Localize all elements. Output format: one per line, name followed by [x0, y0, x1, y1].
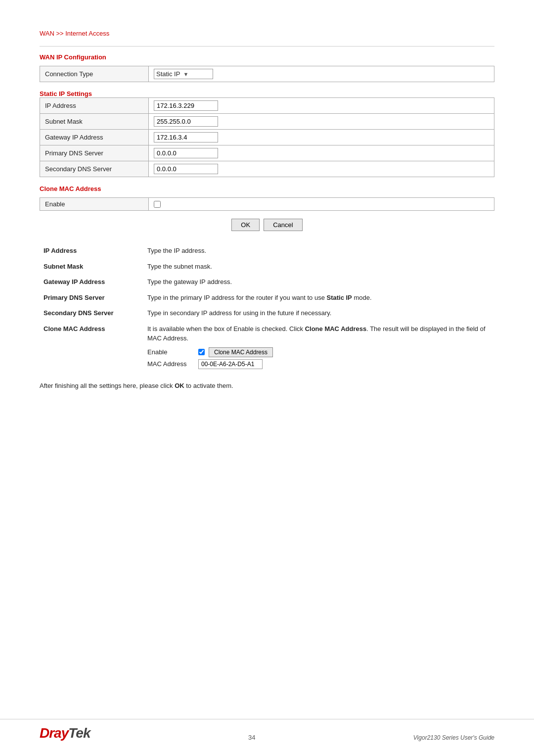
field-label: Subnet Mask — [40, 114, 149, 130]
field-input[interactable] — [154, 132, 218, 142]
field-value-cell — [149, 114, 494, 130]
clone-mac-enable-cell — [149, 198, 494, 211]
footer-page-number: 34 — [248, 734, 255, 741]
desc-row: Primary DNS Server Type in the primary I… — [40, 290, 494, 306]
page-footer: DrayTek 34 Vigor2130 Series User's Guide — [0, 719, 534, 741]
breadcrumb-text: WAN >> Internet Access — [40, 30, 109, 37]
connection-type-row: Connection Type Static IP ▼ — [40, 66, 494, 82]
connection-type-label: Connection Type — [40, 66, 149, 82]
clone-mac-checkbox[interactable] — [154, 201, 161, 208]
desc-term: Primary DNS Server — [40, 290, 143, 306]
field-value-cell — [149, 98, 494, 114]
desc-row: Subnet Mask Type the subnet mask. — [40, 259, 494, 275]
field-label: IP Address — [40, 98, 149, 114]
footer-note: After finishing all the settings here, p… — [40, 382, 494, 389]
button-row: OK Cancel — [40, 219, 494, 231]
static-ip-fields-table: IP Address Subnet Mask Gateway IP Addres… — [40, 97, 494, 177]
breadcrumb: WAN >> Internet Access — [40, 30, 494, 37]
clone-mac-example: Enable Clone MAC Address MAC Address — [147, 347, 490, 369]
desc-term: IP Address — [40, 243, 143, 259]
field-input[interactable] — [154, 164, 218, 174]
clone-mac-checkbox-container — [154, 201, 489, 208]
clone-mac-table: Enable — [40, 197, 494, 211]
static-ip-field-row: Secondary DNS Server — [40, 161, 494, 177]
footer-note-prefix: After finishing all the settings here, p… — [40, 382, 175, 389]
divider-top — [40, 46, 494, 47]
example-enable-checkbox[interactable] — [198, 349, 205, 355]
logo-tek: Tek — [68, 725, 90, 741]
desc-definition: Type in the primary IP address for the r… — [143, 290, 494, 306]
clone-mac-enable-row: Enable — [40, 198, 494, 211]
desc-definition: Type in secondary IP address for using i… — [143, 305, 494, 321]
footer-note-suffix: to activate them. — [184, 382, 233, 389]
example-mac-input[interactable] — [198, 359, 263, 369]
description-table: IP Address Type the IP address. Subnet M… — [40, 243, 494, 372]
field-value-cell — [149, 130, 494, 145]
chevron-down-icon: ▼ — [183, 71, 188, 77]
static-ip-field-row: Subnet Mask — [40, 114, 494, 130]
connection-type-value-cell: Static IP ▼ — [149, 66, 494, 82]
example-enable-label: Enable — [147, 347, 194, 357]
field-input[interactable] — [154, 100, 218, 111]
desc-definition: It is available when the box of Enable i… — [143, 321, 494, 372]
clone-mac-enable-label: Enable — [40, 198, 149, 211]
field-value-cell — [149, 145, 494, 161]
desc-term: Subnet Mask — [40, 259, 143, 275]
field-input[interactable] — [154, 116, 218, 127]
section-title: WAN IP Configuration — [40, 53, 494, 61]
cancel-button[interactable]: Cancel — [264, 219, 302, 231]
desc-definition: Type the gateway IP address. — [143, 274, 494, 290]
connection-type-select[interactable]: Static IP ▼ — [154, 69, 213, 79]
desc-row: IP Address Type the IP address. — [40, 243, 494, 259]
footer-guide-title: Vigor2130 Series User's Guide — [413, 734, 494, 741]
static-ip-field-row: IP Address — [40, 98, 494, 114]
clone-mac-section-title: Clone MAC Address — [40, 185, 494, 192]
ok-button[interactable]: OK — [231, 219, 260, 231]
static-ip-section-title: Static IP Settings — [40, 90, 494, 97]
footer-note-bold: OK — [175, 382, 184, 389]
field-label: Secondary DNS Server — [40, 161, 149, 177]
example-mac-row: MAC Address — [147, 359, 490, 369]
connection-type-selected: Static IP — [156, 70, 180, 78]
clone-mac-address-button[interactable]: Clone MAC Address — [209, 347, 273, 357]
desc-row: Clone MAC Address It is available when t… — [40, 321, 494, 372]
field-label: Gateway IP Address — [40, 130, 149, 145]
example-mac-label: MAC Address — [147, 359, 194, 369]
static-ip-field-row: Gateway IP Address — [40, 130, 494, 145]
logo-dray: Dray — [40, 725, 68, 741]
example-enable-row: Enable Clone MAC Address — [147, 347, 490, 357]
desc-term: Gateway IP Address — [40, 274, 143, 290]
field-value-cell — [149, 161, 494, 177]
static-ip-field-row: Primary DNS Server — [40, 145, 494, 161]
field-input[interactable] — [154, 148, 218, 158]
desc-row: Gateway IP Address Type the gateway IP a… — [40, 274, 494, 290]
wan-ip-config-table: Connection Type Static IP ▼ — [40, 66, 494, 82]
desc-term: Clone MAC Address — [40, 321, 143, 372]
desc-row: Secondary DNS Server Type in secondary I… — [40, 305, 494, 321]
desc-definition: Type the IP address. — [143, 243, 494, 259]
field-label: Primary DNS Server — [40, 145, 149, 161]
desc-term: Secondary DNS Server — [40, 305, 143, 321]
desc-definition: Type the subnet mask. — [143, 259, 494, 275]
draytek-logo: DrayTek — [40, 725, 90, 741]
page-container: WAN >> Internet Access WAN IP Configurat… — [0, 0, 534, 756]
